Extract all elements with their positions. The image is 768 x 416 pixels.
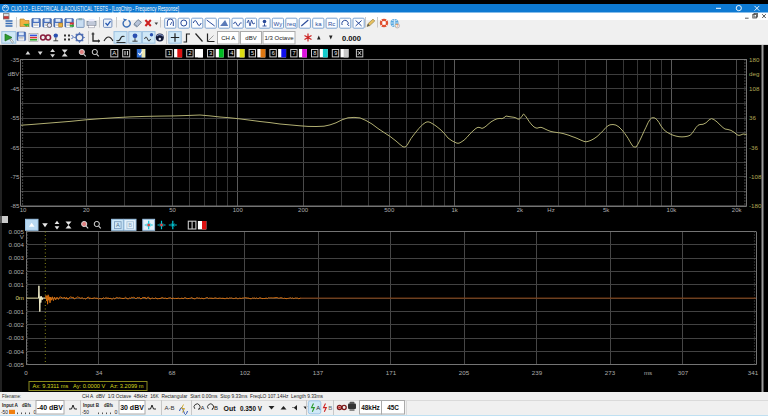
svg-text:A: A: [316, 405, 320, 411]
svg-text:Input B: Input B: [83, 402, 99, 408]
svg-text:B: B: [328, 405, 332, 411]
svg-text:B: B: [214, 405, 218, 411]
svg-text:Out: Out: [224, 405, 237, 412]
svg-text:A-B: A-B: [165, 405, 175, 411]
svg-text:-50: -50: [82, 409, 89, 415]
svg-text:dBfs: dBfs: [22, 402, 31, 408]
svg-text:0: 0: [115, 409, 118, 415]
svg-text:30 dBV: 30 dBV: [120, 404, 144, 411]
svg-text:45C: 45C: [387, 404, 399, 411]
svg-text:-50: -50: [1, 409, 8, 415]
svg-text:Filename:: Filename:: [2, 393, 21, 399]
svg-text:Input A: Input A: [2, 402, 19, 408]
svg-text:-40 dBV: -40 dBV: [37, 404, 63, 411]
svg-text:0.350 V: 0.350 V: [240, 405, 262, 412]
svg-text:CH A dBV 1/3 Octave 48kHz: CH A dBV 1/3 Octave 48kHz 16K Rectangula…: [82, 393, 323, 399]
svg-text:48kHz: 48kHz: [361, 404, 379, 411]
svg-text:A: A: [201, 405, 205, 411]
svg-text:dBfs: dBfs: [104, 402, 113, 408]
